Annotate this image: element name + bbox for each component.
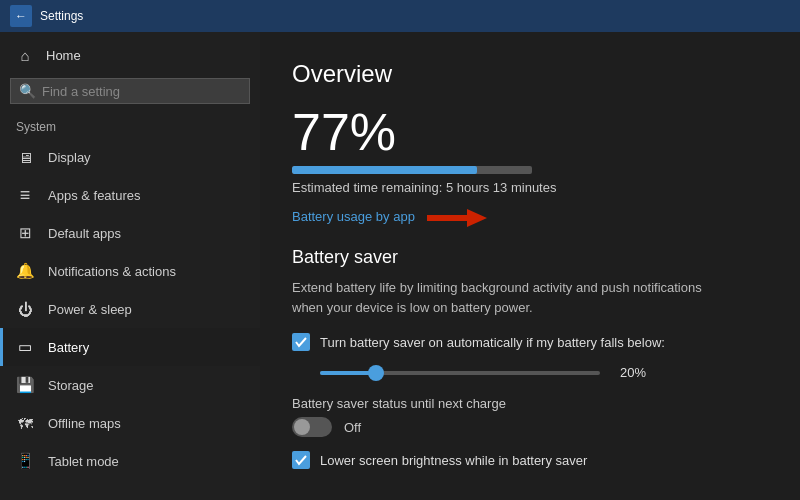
sidebar-apps-label: Apps & features bbox=[48, 188, 141, 203]
sidebar-display-label: Display bbox=[48, 150, 91, 165]
sidebar-item-notifications[interactable]: 🔔 Notifications & actions bbox=[0, 252, 260, 290]
battery-usage-link[interactable]: Battery usage by app bbox=[292, 209, 415, 224]
sidebar-power-label: Power & sleep bbox=[48, 302, 132, 317]
sidebar-item-home[interactable]: ⌂ Home bbox=[0, 36, 260, 74]
sidebar-search-box[interactable]: 🔍 bbox=[10, 78, 250, 104]
sidebar-item-battery[interactable]: ▭ Battery bbox=[0, 328, 260, 366]
sidebar-tablet-label: Tablet mode bbox=[48, 454, 119, 469]
battery-icon: ▭ bbox=[16, 338, 34, 356]
window-title: Settings bbox=[40, 9, 83, 23]
lower-brightness-row: Lower screen brightness while in battery… bbox=[292, 451, 768, 469]
lower-brightness-label: Lower screen brightness while in battery… bbox=[320, 453, 587, 468]
sidebar-battery-label: Battery bbox=[48, 340, 89, 355]
toggle-row: Off bbox=[292, 417, 768, 437]
sidebar-item-default-apps[interactable]: ⊞ Default apps bbox=[0, 214, 260, 252]
search-icon: 🔍 bbox=[19, 83, 36, 99]
sidebar-storage-label: Storage bbox=[48, 378, 94, 393]
sidebar: ⌂ Home 🔍 System 🖥 Display ≡ Apps & featu… bbox=[0, 32, 260, 500]
notifications-icon: 🔔 bbox=[16, 262, 34, 280]
auto-saver-row: Turn battery saver on automatically if m… bbox=[292, 333, 768, 351]
slider-thumb[interactable] bbox=[368, 365, 384, 381]
slider-value: 20% bbox=[620, 365, 646, 380]
sidebar-default-apps-label: Default apps bbox=[48, 226, 121, 241]
content-area: Overview 77% Estimated time remaining: 5… bbox=[260, 32, 800, 500]
sidebar-item-tablet-mode[interactable]: 📱 Tablet mode bbox=[0, 442, 260, 480]
sidebar-notifications-label: Notifications & actions bbox=[48, 264, 176, 279]
sidebar-item-display[interactable]: 🖥 Display bbox=[0, 138, 260, 176]
power-sleep-icon: ⏻ bbox=[16, 300, 34, 318]
lower-brightness-checkbox[interactable] bbox=[292, 451, 310, 469]
main-layout: ⌂ Home 🔍 System 🖥 Display ≡ Apps & featu… bbox=[0, 32, 800, 500]
sidebar-item-offline-maps[interactable]: 🗺 Offline maps bbox=[0, 404, 260, 442]
svg-marker-0 bbox=[427, 209, 487, 227]
sidebar-item-apps-features[interactable]: ≡ Apps & features bbox=[0, 176, 260, 214]
battery-bar bbox=[292, 166, 532, 174]
battery-saver-toggle[interactable] bbox=[292, 417, 332, 437]
battery-slider-track[interactable] bbox=[320, 371, 600, 375]
offline-maps-icon: 🗺 bbox=[16, 414, 34, 432]
battery-bar-fill bbox=[292, 166, 477, 174]
title-bar: ← Settings bbox=[0, 0, 800, 32]
estimated-time: Estimated time remaining: 5 hours 13 min… bbox=[292, 180, 768, 195]
back-button[interactable]: ← bbox=[10, 5, 32, 27]
auto-saver-checkbox[interactable] bbox=[292, 333, 310, 351]
display-icon: 🖥 bbox=[16, 148, 34, 166]
toggle-off-label: Off bbox=[344, 420, 361, 435]
sidebar-item-power-sleep[interactable]: ⏻ Power & sleep bbox=[0, 290, 260, 328]
sidebar-item-storage[interactable]: 💾 Storage bbox=[0, 366, 260, 404]
toggle-section: Battery saver status until next charge O… bbox=[292, 396, 768, 437]
tablet-mode-icon: 📱 bbox=[16, 452, 34, 470]
search-input[interactable] bbox=[42, 84, 241, 99]
battery-saver-title: Battery saver bbox=[292, 247, 768, 268]
toggle-knob bbox=[294, 419, 310, 435]
slider-row: 20% bbox=[292, 365, 768, 380]
default-apps-icon: ⊞ bbox=[16, 224, 34, 242]
auto-saver-label: Turn battery saver on automatically if m… bbox=[320, 335, 665, 350]
battery-saver-status-label: Battery saver status until next charge bbox=[292, 396, 768, 411]
home-icon: ⌂ bbox=[16, 46, 34, 64]
page-title: Overview bbox=[292, 60, 768, 88]
sidebar-home-label: Home bbox=[46, 48, 81, 63]
apps-features-icon: ≡ bbox=[16, 186, 34, 204]
arrow-annotation bbox=[427, 207, 487, 229]
battery-percentage: 77% bbox=[292, 106, 768, 158]
battery-saver-description: Extend battery life by limiting backgrou… bbox=[292, 278, 712, 317]
sidebar-offline-maps-label: Offline maps bbox=[48, 416, 121, 431]
sidebar-section-label: System bbox=[0, 114, 260, 138]
storage-icon: 💾 bbox=[16, 376, 34, 394]
